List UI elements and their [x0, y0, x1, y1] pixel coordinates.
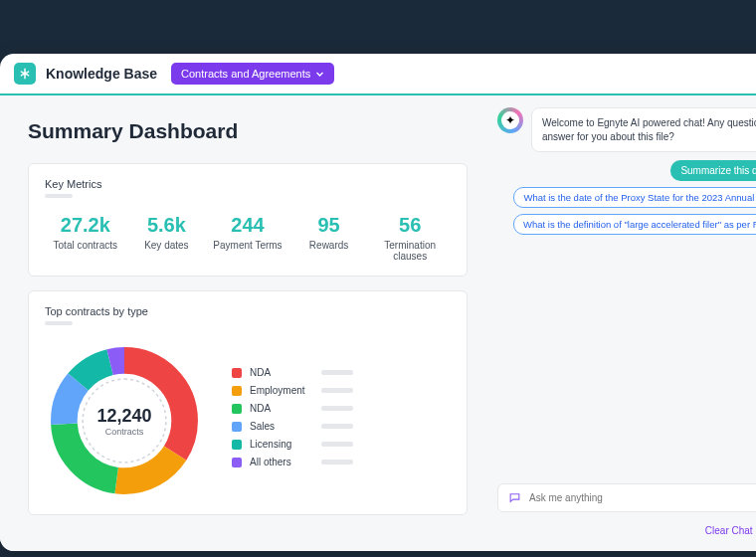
legend-item: NDA — [232, 367, 451, 378]
legend-bar — [321, 406, 353, 411]
chevron-down-icon — [315, 70, 324, 79]
top-contracts-title: Top contracts by type — [45, 305, 451, 317]
app-window: Knowledge Base Contracts and Agreements … — [0, 54, 756, 551]
metric-label: Total contracts — [45, 240, 126, 251]
legend-label: All others — [250, 457, 321, 467]
metric-label: Payment Terms — [207, 240, 288, 251]
legend-bar — [321, 424, 353, 429]
legend-swatch — [232, 386, 242, 396]
legend-swatch — [232, 440, 242, 450]
chat-welcome-row: ✦ Welcome to Egnyte AI powered chat! Any… — [497, 107, 756, 152]
donut-center-value: 12,240 — [96, 406, 151, 427]
metric-item: 244 Payment Terms — [207, 214, 288, 262]
top-contracts-card: Top contracts by type 12,240 Contracts N… — [28, 290, 468, 515]
legend-bar — [321, 370, 353, 375]
metric-item: 5.6k Key dates — [126, 214, 208, 262]
title-underline — [45, 194, 73, 198]
legend-label: Sales — [250, 421, 321, 432]
metric-item: 27.2k Total contracts — [45, 214, 126, 262]
metric-item: 56 Termination clauses — [369, 214, 451, 262]
metric-label: Termination clauses — [369, 240, 451, 262]
metric-label: Key dates — [126, 240, 208, 251]
chat-input-box[interactable] — [497, 483, 756, 512]
donut-chart: 12,240 Contracts — [45, 341, 204, 500]
chat-input[interactable] — [529, 492, 756, 503]
donut-center: 12,240 Contracts — [96, 406, 151, 437]
chat-action-row: Summarize this document — [497, 160, 756, 181]
legend-label: NDA — [250, 403, 321, 414]
content-area: Summary Dashboard Key Metrics 27.2k Tota… — [0, 95, 756, 551]
metric-label: Rewards — [288, 240, 370, 251]
donut-center-label: Contracts — [96, 427, 151, 437]
app-title: Knowledge Base — [46, 66, 157, 82]
legend-label: Employment — [250, 385, 321, 396]
donut-section: 12,240 Contracts NDAEmploymentNDASalesLi… — [45, 341, 451, 500]
metric-value: 95 — [288, 214, 370, 237]
chat-welcome-message: Welcome to Egnyte AI powered chat! Any q… — [531, 107, 756, 152]
chat-suggestion[interactable]: What is the date of the Proxy State for … — [513, 187, 756, 208]
legend-bar — [321, 388, 353, 393]
legend-item: NDA — [232, 403, 451, 414]
legend-swatch — [232, 458, 242, 467]
top-bar: Knowledge Base Contracts and Agreements — [0, 54, 756, 95]
donut-legend: NDAEmploymentNDASalesLicensingAll others — [232, 367, 451, 474]
chat-suggestion[interactable]: What is the definition of "large acceler… — [513, 214, 756, 235]
legend-item: Employment — [232, 385, 451, 396]
metric-value: 5.6k — [126, 214, 208, 237]
legend-bar — [321, 442, 353, 447]
main-panel: Summary Dashboard Key Metrics 27.2k Tota… — [0, 95, 487, 551]
summarize-button[interactable]: Summarize this document — [670, 160, 756, 181]
title-underline — [45, 321, 73, 325]
legend-label: NDA — [250, 367, 321, 378]
legend-bar — [321, 460, 353, 464]
metric-item: 95 Rewards — [288, 214, 370, 262]
legend-swatch — [232, 422, 242, 432]
chat-panel: ✦ Welcome to Egnyte AI powered chat! Any… — [487, 95, 756, 551]
legend-label: Licensing — [250, 439, 321, 450]
legend-item: All others — [232, 457, 451, 467]
chat-icon — [508, 491, 521, 504]
chat-input-area: Clear Chat Send — [497, 483, 756, 541]
key-metrics-card: Key Metrics 27.2k Total contracts 5.6k K… — [28, 163, 468, 277]
metric-value: 27.2k — [45, 214, 126, 237]
legend-item: Sales — [232, 421, 451, 432]
legend-swatch — [232, 368, 242, 378]
breadcrumb-label: Contracts and Agreements — [181, 68, 310, 80]
legend-swatch — [232, 404, 242, 414]
chat-suggestion-row: What is the definition of "large acceler… — [497, 214, 756, 235]
logo-icon — [14, 63, 36, 85]
metric-value: 244 — [207, 214, 288, 237]
page-title: Summary Dashboard — [28, 119, 468, 143]
metrics-row: 27.2k Total contracts 5.6k Key dates 244… — [45, 214, 451, 262]
ai-avatar-icon: ✦ — [497, 107, 523, 133]
metric-value: 56 — [369, 214, 451, 237]
key-metrics-title: Key Metrics — [45, 178, 451, 190]
legend-item: Licensing — [232, 439, 451, 450]
clear-chat-button[interactable]: Clear Chat — [705, 525, 753, 536]
breadcrumb-dropdown[interactable]: Contracts and Agreements — [171, 63, 334, 85]
chat-actions: Clear Chat Send — [497, 520, 756, 541]
chat-suggestion-row: What is the date of the Proxy State for … — [497, 187, 756, 208]
